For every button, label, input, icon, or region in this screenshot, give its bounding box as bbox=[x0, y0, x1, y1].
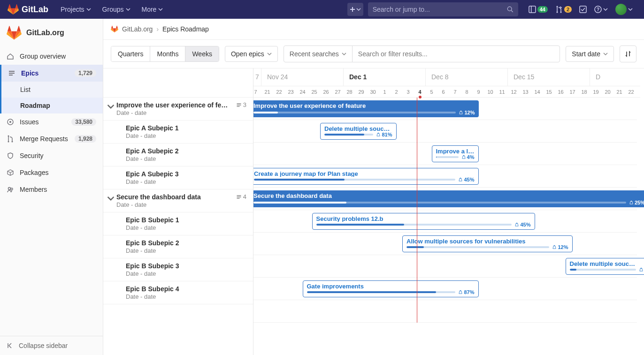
subepic-count: 4 bbox=[236, 193, 246, 200]
epic-bar[interactable]: Delete multiple souc… 81% bbox=[320, 123, 397, 140]
recent-searches-dropdown[interactable]: Recent searches bbox=[284, 46, 353, 62]
epic-row[interactable]: Improve the user experience of fe…Date -… bbox=[103, 98, 253, 121]
epic-bar[interactable]: Improve the user experience of feature 1… bbox=[253, 100, 479, 117]
timeframe-weeks[interactable]: Weeks bbox=[185, 46, 219, 61]
chevron-down-icon bbox=[267, 52, 272, 56]
epic-bar[interactable]: Delete multiple souc… 10% bbox=[566, 258, 644, 275]
breadcrumb: GitLab.org › Epics Roadmap bbox=[103, 19, 644, 40]
epic-icon bbox=[236, 102, 242, 108]
timeframe-selector: QuartersMonthsWeeks bbox=[111, 46, 219, 62]
epic-row[interactable]: Epic B Subepic 4Date - date bbox=[103, 281, 253, 304]
svg-point-0 bbox=[507, 7, 512, 11]
svg-rect-20 bbox=[237, 105, 241, 106]
month-header: Dec 1 bbox=[344, 68, 426, 86]
sidebar-item-security[interactable]: Security bbox=[0, 147, 103, 164]
todos-icon[interactable] bbox=[579, 6, 587, 13]
epic-row[interactable]: Epic B Subepic 1Date - date bbox=[103, 212, 253, 235]
mr-icon bbox=[7, 135, 14, 143]
chevron-down-icon[interactable] bbox=[107, 103, 115, 110]
user-menu[interactable] bbox=[615, 4, 633, 15]
main-content: GitLab.org › Epics Roadmap QuartersMonth… bbox=[103, 19, 644, 355]
weight-icon bbox=[629, 200, 634, 205]
svg-point-15 bbox=[8, 141, 9, 143]
timeframe-quarters[interactable]: Quarters bbox=[111, 46, 150, 61]
collapse-sidebar[interactable]: Collapse sidebar bbox=[0, 336, 103, 355]
svg-point-3 bbox=[556, 6, 558, 8]
sidebar-item-packages[interactable]: Packages bbox=[0, 164, 103, 181]
epic-bar[interactable]: Security problems 12.b 45% bbox=[312, 213, 535, 230]
sort-direction-button[interactable] bbox=[620, 45, 636, 62]
month-header: 7 bbox=[253, 68, 261, 86]
sidebar-item-epics[interactable]: Epics1,729 bbox=[0, 65, 103, 82]
mr-icon bbox=[555, 6, 563, 13]
gitlab-logo[interactable]: GitLab bbox=[8, 4, 48, 15]
app-name: GitLab bbox=[22, 5, 48, 15]
today-line bbox=[417, 98, 417, 323]
nav-more[interactable]: More bbox=[137, 0, 168, 19]
timeframe-months[interactable]: Months bbox=[150, 46, 185, 61]
nav-projects[interactable]: Projects bbox=[56, 0, 96, 19]
chevron-down-icon[interactable] bbox=[107, 195, 115, 202]
timeline-lane: Improve the user experience of feature 1… bbox=[253, 98, 637, 120]
epic-bar[interactable]: Secure the dashboard data 25% bbox=[253, 190, 644, 207]
breadcrumb-group[interactable]: GitLab.org bbox=[122, 25, 153, 33]
day-header: 2 bbox=[391, 86, 402, 97]
epic-row[interactable]: Epic B Subepic 3Date - date bbox=[103, 258, 253, 281]
svg-rect-21 bbox=[237, 106, 239, 107]
timeline-lane: Improve a l… 4% bbox=[253, 143, 637, 165]
weight-icon bbox=[376, 132, 381, 137]
day-header: 27 bbox=[332, 86, 344, 97]
ci-status-icon[interactable]: 44 bbox=[529, 6, 548, 13]
global-search[interactable] bbox=[368, 2, 518, 16]
filter-bar: QuartersMonthsWeeks Open epics Recent se… bbox=[103, 40, 644, 68]
roadmap-view: Improve the user experience of fe…Date -… bbox=[103, 68, 644, 355]
epic-bar[interactable]: Improve a l… 4% bbox=[432, 145, 479, 162]
svg-point-4 bbox=[556, 12, 558, 13]
day-header: 4 bbox=[414, 86, 426, 97]
epic-row[interactable]: Epic A Subepic 1Date - date bbox=[103, 121, 253, 144]
search-input[interactable] bbox=[373, 6, 507, 13]
svg-point-13 bbox=[9, 121, 11, 123]
sidebar-sub-list[interactable]: List bbox=[1, 82, 103, 98]
day-header: 9 bbox=[473, 86, 484, 97]
svg-text:?: ? bbox=[597, 7, 599, 12]
sidebar-item-merge-requests[interactable]: Merge Requests1,928 bbox=[0, 130, 103, 147]
question-icon: ? bbox=[594, 6, 602, 13]
timeline-lane bbox=[253, 300, 637, 323]
month-header: Dec 8 bbox=[426, 68, 508, 86]
new-dropdown[interactable] bbox=[347, 3, 363, 16]
epic-row[interactable]: Epic A Subepic 2Date - date bbox=[103, 144, 253, 166]
svg-rect-10 bbox=[9, 73, 15, 74]
epic-row[interactable]: Epic A Subepic 3Date - date bbox=[103, 166, 253, 189]
sidebar-item-group-overview[interactable]: Group overview bbox=[0, 48, 103, 65]
sidebar-item-members[interactable]: Members bbox=[0, 181, 103, 198]
day-header: 19 bbox=[590, 86, 602, 97]
sort-dropdown[interactable]: Start date bbox=[566, 46, 614, 62]
epic-bar[interactable]: Gate improvements 87% bbox=[303, 280, 479, 297]
count-badge: 1,729 bbox=[75, 69, 96, 77]
members-icon bbox=[7, 186, 14, 193]
day-header: 5 bbox=[426, 86, 437, 97]
epic-bar[interactable]: Create a journey map for Plan stage 45% bbox=[253, 168, 479, 185]
filter-input[interactable] bbox=[353, 50, 560, 58]
merge-requests-icon[interactable]: 2 bbox=[555, 6, 572, 13]
timeline-lane: Create a journey map for Plan stage 45% bbox=[253, 165, 637, 188]
package-icon bbox=[7, 169, 14, 176]
month-header: Dec 15 bbox=[508, 68, 590, 86]
epic-bar[interactable]: Allow multiple sources for vulnerabiliti… bbox=[402, 235, 573, 252]
gitlab-fox-icon bbox=[111, 25, 118, 33]
open-epics-dropdown[interactable]: Open epics bbox=[225, 46, 278, 62]
nav-groups[interactable]: Groups bbox=[98, 0, 135, 19]
timeline-panel[interactable]: 7Nov 24Dec 1Dec 8Dec 15D 721222324252627… bbox=[253, 68, 644, 355]
svg-rect-2 bbox=[531, 6, 532, 13]
sidebar-sub-roadmap[interactable]: Roadmap bbox=[1, 98, 103, 113]
sidebar-item-issues[interactable]: Issues33,580 bbox=[0, 113, 103, 130]
day-header: 1 bbox=[379, 86, 391, 97]
day-header: 30 bbox=[367, 86, 379, 97]
epic-row[interactable]: Secure the dashboard dataDate - date 4 bbox=[103, 189, 253, 212]
help-icon[interactable]: ? bbox=[594, 6, 608, 13]
group-header[interactable]: GitLab.org bbox=[0, 19, 103, 45]
epic-row[interactable]: Epic B Subepic 2Date - date bbox=[103, 235, 253, 258]
svg-rect-23 bbox=[237, 196, 241, 197]
collapse-icon bbox=[7, 342, 14, 349]
